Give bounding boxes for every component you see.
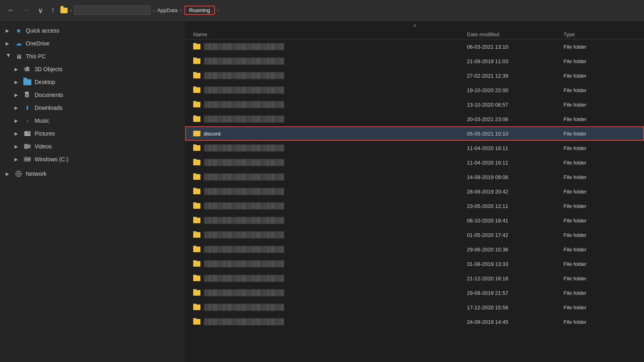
sidebar-label-videos: Videos [35,143,52,150]
table-row[interactable]: 06-10-2020 18:41File folder [185,213,644,228]
blurred-filename [204,246,284,253]
file-date-cell: 01-05-2020 17:42 [467,232,564,238]
file-date-cell: 06-10-2020 18:41 [467,218,564,224]
table-row[interactable]: 20-03-2021 23:06File folder [185,112,644,126]
col-header-type[interactable]: Type [564,31,644,37]
sidebar-item-videos[interactable]: ▶ Videos [0,140,185,153]
filename-text: discord [204,131,221,137]
back-button[interactable]: ← [5,4,17,16]
sidebar-item-windows-c[interactable]: ▶ Windows (C:) [0,153,185,166]
forward-button[interactable]: → [20,4,32,16]
table-row[interactable]: 24-09-2019 14:45File folder [185,315,644,329]
sidebar-item-onedrive[interactable]: ▶ ☁ OneDrive [0,37,185,50]
table-row[interactable]: 28-09-2019 20:42File folder [185,184,644,199]
column-headers: Name Date modified Type [185,30,644,39]
up-button[interactable]: ↑ [49,4,57,16]
folder-icon [193,290,200,296]
file-date-cell: 21-09-2019 11:03 [467,58,564,64]
breadcrumb-roaming[interactable]: Roaming [184,6,215,15]
file-type-cell: File folder [564,232,644,238]
folder-icon [193,247,200,252]
table-row[interactable]: 31-08-2019 13:33File folder [185,257,644,271]
sidebar-label-quick-access: Quick access [26,27,59,34]
sidebar-label-3d-objects: 3D Objects [35,66,62,72]
file-type-cell: File folder [564,304,644,311]
sidebar-item-desktop[interactable]: ▶ Desktop [0,76,185,88]
file-name-cell [185,101,467,108]
table-row[interactable]: 11-04-2020 16:11File folder [185,155,644,170]
file-name-cell [185,188,467,195]
sidebar-item-3d-objects[interactable]: ▶ 3D Objects [0,63,185,76]
sidebar-item-quick-access[interactable]: ▶ ★ Quick access [0,24,185,37]
file-type-cell: File folder [564,247,644,253]
table-row[interactable]: 13-10-2020 08:57File folder [185,97,644,112]
table-row[interactable]: 21-12-2020 16:18File folder [185,271,644,286]
table-row[interactable]: 17-12-2020 15:56File folder [185,300,644,315]
sidebar-item-network[interactable]: ▶ Network [0,167,185,180]
file-name-cell [185,86,467,94]
breadcrumb-appdata[interactable]: AppData [157,7,178,13]
folder-icon [193,189,200,194]
address-input[interactable] [74,6,151,15]
chevron-network: ▶ [6,171,11,177]
chevron-onedrive: ▶ [6,41,11,46]
chevron-documents: ▶ [14,93,20,98]
table-row[interactable]: 14-09-2019 09:06File folder [185,170,644,184]
sidebar-item-downloads[interactable]: ▶ ⬇ Downloads [0,101,185,114]
file-name-cell [185,289,467,296]
file-date-cell: 23-05-2020 12:11 [467,203,564,209]
table-row[interactable]: 19-10-2020 22:00File folder [185,83,644,97]
blurred-filename [204,43,284,50]
file-type-cell: File folder [564,58,644,64]
file-date-cell: 17-12-2020 15:56 [467,304,564,311]
table-row[interactable]: 01-05-2020 17:42File folder [185,228,644,242]
sidebar-item-documents[interactable]: ▶ Documents [0,88,185,101]
table-row[interactable]: 29-08-2019 21:57File folder [185,286,644,300]
sidebar-label-documents: Documents [35,92,63,98]
table-row[interactable]: discord05-05-2021 10:10File folder [185,126,644,141]
chevron-videos: ▶ [14,144,20,149]
file-date-cell: 14-09-2019 09:06 [467,174,564,180]
sidebar-item-this-pc[interactable]: ▶ 🖥 This PC [0,50,185,63]
col-header-name[interactable]: Name [185,31,467,37]
svg-point-14 [28,158,30,160]
file-date-cell: 20-03-2021 23:06 [467,116,564,122]
table-row[interactable]: 11-04-2020 16:11File folder [185,141,644,155]
desktop-folder-icon [23,78,31,86]
folder-icon [193,131,200,136]
file-type-cell: File folder [564,131,644,137]
file-type-cell: File folder [564,87,644,93]
sort-row[interactable]: ∧ [185,21,644,30]
table-row[interactable]: 29-06-2020 15:36File folder [185,242,644,257]
file-type-cell: File folder [564,44,644,50]
file-date-cell: 24-09-2019 14:45 [467,319,564,325]
table-row[interactable]: 27-02-2021 12:39File folder [185,68,644,83]
file-type-cell: File folder [564,102,644,108]
dropdown-button[interactable]: ∨ [35,4,45,16]
file-date-cell: 11-04-2020 16:11 [467,160,564,166]
svg-point-8 [25,132,27,134]
address-bar: › › AppData › Roaming › [60,6,639,15]
file-date-cell: 06-03-2021 13:10 [467,44,564,50]
sidebar-item-music[interactable]: ▶ ♪ Music [0,114,185,127]
chevron-desktop: ▶ [14,80,20,85]
sidebar-item-pictures[interactable]: ▶ Pictures [0,127,185,140]
file-type-cell: File folder [564,319,644,325]
disk-icon [23,155,31,163]
sidebar-label-desktop: Desktop [35,79,55,85]
file-date-cell: 29-08-2019 21:57 [467,290,564,296]
file-date-cell: 05-05-2021 10:10 [467,131,564,137]
file-type-cell: File folder [564,290,644,296]
table-row[interactable]: 06-03-2021 13:10File folder [185,39,644,54]
sidebar-label-music: Music [35,117,50,124]
table-row[interactable]: 23-05-2020 12:11File folder [185,199,644,213]
col-header-date[interactable]: Date modified [467,31,564,37]
chevron-downloads: ▶ [14,105,20,111]
blurred-filename [204,217,284,224]
folder-icon [193,276,200,281]
file-name-cell [185,43,467,50]
chevron-music: ▶ [14,118,20,123]
table-row[interactable]: 21-09-2019 11:03File folder [185,54,644,68]
breadcrumb-sep-3: › [180,7,182,13]
blurred-filename [204,289,284,296]
